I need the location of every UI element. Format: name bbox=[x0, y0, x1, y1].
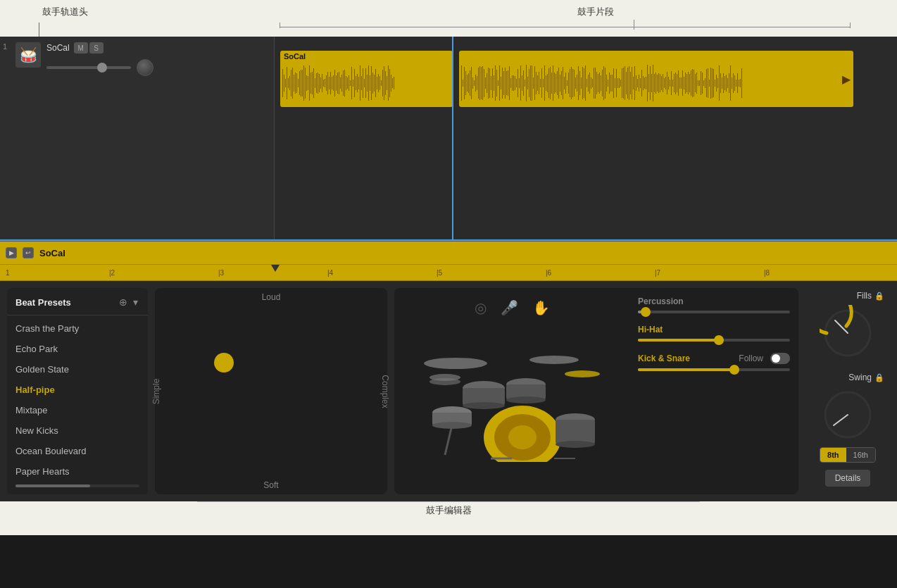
waveform-line bbox=[553, 65, 553, 100]
svg-point-0 bbox=[424, 358, 487, 369]
eighth-note-button[interactable]: 8th bbox=[820, 448, 846, 462]
follow-toggle[interactable] bbox=[770, 353, 790, 364]
track-row: 1 🥁 SoCal M S bbox=[0, 37, 897, 239]
preset-item[interactable]: Half-pipe bbox=[7, 380, 148, 400]
track-volume-slider[interactable] bbox=[46, 66, 131, 69]
segment-bracket-top bbox=[280, 27, 851, 27]
waveform-line bbox=[675, 73, 676, 94]
preset-item[interactable]: Ocean Boulevard bbox=[7, 441, 148, 461]
waveform-line bbox=[706, 69, 707, 96]
waveform-line bbox=[341, 75, 342, 91]
waveform-line bbox=[698, 80, 698, 86]
waveform-line bbox=[656, 73, 656, 94]
waveform-line bbox=[716, 75, 717, 91]
segment-bracket-left bbox=[280, 23, 280, 28]
waveform-line bbox=[557, 71, 558, 95]
waveform-line bbox=[539, 72, 539, 94]
kick-snare-slider[interactable] bbox=[638, 368, 790, 371]
track-pan-knob[interactable] bbox=[137, 59, 153, 76]
preset-item[interactable]: Echo Park bbox=[7, 339, 148, 359]
hand-icon-button[interactable]: ✋ bbox=[532, 299, 550, 316]
waveform-line bbox=[551, 73, 552, 94]
svg-point-2 bbox=[565, 370, 600, 377]
presets-more-button[interactable]: ⊕ bbox=[118, 295, 129, 309]
waveform-line bbox=[646, 77, 646, 89]
waveform-line bbox=[563, 67, 563, 99]
waveform-line bbox=[520, 65, 521, 100]
waveform-line bbox=[350, 80, 351, 87]
waveform-line bbox=[384, 66, 384, 101]
waveform-segment-2[interactable]: ▶ bbox=[459, 51, 853, 107]
waveform-line bbox=[615, 78, 615, 88]
waveform-line bbox=[368, 65, 369, 101]
loop-button[interactable]: ↩ bbox=[23, 247, 34, 258]
drum-kit-visual: ◎ 🎤 ✋ bbox=[394, 288, 629, 494]
waveform-line bbox=[392, 78, 393, 88]
waveform-line bbox=[508, 70, 508, 95]
waveform-line bbox=[626, 72, 627, 95]
swing-knob-svg[interactable] bbox=[820, 387, 876, 443]
ruler-tick-5: |5 bbox=[437, 269, 442, 277]
waveform-line bbox=[491, 76, 491, 91]
waveform-line bbox=[732, 77, 732, 89]
sixteenth-note-button[interactable]: 16th bbox=[846, 448, 875, 462]
presets-dropdown-button[interactable]: ▾ bbox=[132, 295, 139, 309]
waveform-line bbox=[370, 75, 370, 91]
play-button[interactable]: ▶ bbox=[6, 247, 17, 258]
waveform-line bbox=[334, 70, 335, 96]
waveform-line bbox=[527, 77, 528, 89]
waveform-line bbox=[306, 75, 307, 90]
beat-pad-panel[interactable]: Loud Simple Complex Soft bbox=[155, 288, 387, 494]
waveform-line bbox=[292, 68, 293, 99]
waveform-line bbox=[630, 72, 631, 94]
beat-pad-area[interactable]: Simple Complex bbox=[158, 304, 384, 479]
waveform-line bbox=[485, 77, 486, 89]
swing-label: Swing 🔒 bbox=[848, 373, 890, 382]
waveform-line bbox=[361, 76, 362, 90]
waveform-line bbox=[503, 71, 504, 95]
details-button[interactable]: Details bbox=[825, 470, 871, 487]
preset-item[interactable]: Mixtape bbox=[7, 400, 148, 420]
preset-item[interactable]: Paper Hearts bbox=[7, 461, 148, 482]
waveform-line bbox=[299, 71, 300, 96]
waveform-line bbox=[564, 77, 565, 90]
percussion-slider[interactable] bbox=[638, 311, 790, 313]
presets-scrollbar[interactable] bbox=[15, 484, 139, 487]
waveform-line bbox=[620, 80, 621, 87]
waveform-line bbox=[610, 75, 611, 92]
waveform-line bbox=[303, 65, 304, 101]
preset-item[interactable]: Golden State bbox=[7, 359, 148, 380]
track-content: SoCal ▶ bbox=[275, 37, 897, 239]
mute-button[interactable]: M bbox=[74, 42, 88, 54]
hihat-icon-button[interactable]: ◎ bbox=[475, 299, 487, 316]
waveform-line bbox=[322, 74, 322, 92]
preset-item[interactable]: Crash the Party bbox=[7, 318, 148, 339]
waveform-line bbox=[692, 69, 693, 97]
preset-item[interactable]: New Kicks bbox=[7, 420, 148, 441]
waveform-line bbox=[333, 75, 334, 92]
waveform-line bbox=[699, 80, 700, 86]
ruler[interactable]: 1 |2 |3 |4 |5 |6 |7 |8 bbox=[0, 264, 897, 281]
stick-icon-button[interactable]: 🎤 bbox=[501, 299, 518, 316]
beat-pad-dot[interactable] bbox=[214, 353, 234, 373]
waveform-line bbox=[541, 68, 542, 97]
waveform-segment-1[interactable]: SoCal bbox=[280, 51, 453, 107]
waveform-line bbox=[518, 69, 518, 97]
waveform-line bbox=[708, 68, 708, 99]
waveform-line bbox=[554, 73, 555, 93]
solo-button[interactable]: S bbox=[89, 42, 104, 54]
segment-1-label: SoCal bbox=[280, 51, 453, 62]
waveform-line bbox=[461, 65, 462, 100]
waveform-line bbox=[305, 68, 306, 99]
waveform-line bbox=[378, 74, 379, 93]
editor-annotation-label: 鼓手编辑器 bbox=[426, 504, 472, 517]
waveform-line bbox=[339, 72, 339, 95]
waveform-lines-2 bbox=[459, 62, 853, 104]
waveform-line bbox=[601, 75, 601, 91]
hihat-slider[interactable] bbox=[638, 339, 790, 342]
track-area: 1 🥁 SoCal M S bbox=[0, 37, 897, 241]
fills-knob-svg[interactable] bbox=[820, 305, 876, 361]
waveform-line bbox=[594, 68, 594, 99]
waveform-line bbox=[346, 76, 346, 90]
waveform-line bbox=[592, 79, 593, 88]
